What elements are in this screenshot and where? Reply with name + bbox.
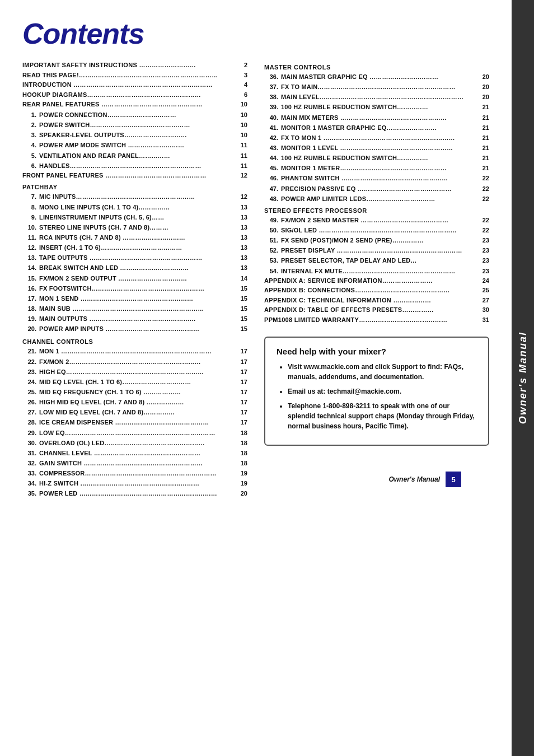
toc-entry: APPENDIX A: SERVICE INFORMATION……………………2… <box>264 276 489 286</box>
toc-numbered-entry: 34.HI-Z SWITCH …………………………………………………19 <box>22 478 247 488</box>
toc-pg: 15 <box>237 283 247 293</box>
toc-lbl: SIG/OL LED ………………………………………………………… <box>281 225 479 235</box>
toc-label: HOOKUP DIAGRAMS……………………………………………… <box>22 90 237 100</box>
toc-num: 41. <box>264 123 281 133</box>
toc-lbl: MAIN OUTPUTS …………………………………………… <box>39 314 237 324</box>
toc-numbered-entry: 25.MID EQ FREQUENCY (CH. 1 TO 6) ………………1… <box>22 387 247 397</box>
toc-pg: 10 <box>237 110 247 120</box>
toc-numbered-entry: 18.MAIN SUB ………………………………………………………15 <box>22 304 247 314</box>
toc-numbered-entry: 4.POWER AMP MODE SWITCH ………………………11 <box>22 140 247 150</box>
toc-num: 5. <box>22 151 39 161</box>
toc-lbl: POWER AMP INPUTS ……………………………………… <box>39 324 237 334</box>
toc-lbl: INTERNAL FX MUTE……………………………………………… <box>281 266 479 276</box>
toc-num: 20. <box>22 324 39 334</box>
toc-lbl: HIGH EQ………………………………………………………… <box>39 367 237 377</box>
toc-pg: 21 <box>479 143 489 153</box>
toc-num: 31. <box>22 448 39 458</box>
toc-num: 47. <box>264 184 281 194</box>
toc-numbered-entry: 47.PRECISION PASSIVE EQ ………………………………………2… <box>264 184 489 194</box>
toc-pg: 23 <box>479 245 489 255</box>
toc-pg: 21 <box>479 163 489 173</box>
toc-pg: 22 <box>479 194 489 204</box>
toc-numbered-entry: 8.MONO LINE INPUTS (CH. 1 TO 4)……………13 <box>22 202 247 212</box>
toc-pg: 17 <box>237 397 247 407</box>
toc-numbered-entry: 22.FX/MON 2………………………………………………………17 <box>22 357 247 367</box>
toc-entry: INTRODUCTION …………………………………………………………4 <box>22 80 247 90</box>
rear-panel-items: 1.POWER CONNECTION……………………………102.POWER S… <box>22 110 247 171</box>
toc-pg: 17 <box>237 367 247 377</box>
channel-items: 21.MON 1 ………………………………………………………………1722.FX… <box>22 346 247 498</box>
toc-lbl: MON 1 SEND ……………………………………………… <box>39 293 237 304</box>
toc-pg: 12 <box>237 192 247 202</box>
front-panel-entry: FRONT PANEL FEATURES …………………………………………12 <box>22 171 247 181</box>
toc-numbered-entry: 51.FX SEND (POST)/MON 2 SEND (PRE)……………2… <box>264 235 489 245</box>
toc-label: FRONT PANEL FEATURES ………………………………………… <box>22 171 237 181</box>
toc-lbl: MONO LINE INPUTS (CH. 1 TO 4)…………… <box>39 202 237 212</box>
toc-lbl: MONITOR 1 MASTER GRAPHIC EQ…………………… <box>281 123 479 133</box>
toc-pg: 13 <box>237 212 247 222</box>
toc-pg: 19 <box>237 468 247 478</box>
toc-pg: 20 <box>479 82 489 92</box>
toc-num: 13. <box>22 253 39 263</box>
toc-lbl: LINE/INSTRUMENT INPUTS (CH. 5, 6)…… <box>39 212 237 222</box>
toc-pg: 20 <box>479 72 489 82</box>
patchbay-header: PATCHBAY <box>22 184 247 190</box>
toc-numbered-entry: 45.MONITOR 1 METER……………………………………………21 <box>264 163 489 173</box>
toc-entry: APPENDIX C: TECHNICAL INFORMATION ………………… <box>264 296 489 306</box>
toc-num: 42. <box>264 133 281 143</box>
toc-num: 8. <box>22 202 39 212</box>
toc-pg: 11 <box>237 151 247 161</box>
toc-numbered-entry: 12.INSERT (CH. 1 TO 6)…………………………………13 <box>22 242 247 253</box>
toc-pg: 18 <box>237 428 247 438</box>
toc-lbl: ICE CREAM DISPENSER ……………………………………… <box>39 417 237 427</box>
toc-pg: 11 <box>237 140 247 150</box>
toc-lbl: MONITOR 1 LEVEL ……………………………………………… <box>281 143 479 153</box>
toc-pg: 18 <box>237 448 247 458</box>
toc-entry: PPM1008 LIMITED WARRANTY……………………………………31 <box>264 315 489 325</box>
toc-num: 38. <box>264 92 281 102</box>
toc-num: 50. <box>264 225 281 235</box>
toc-pg: 23 <box>479 266 489 276</box>
toc-num: 51. <box>264 235 281 245</box>
toc-numbered-entry: 11.RCA INPUTS (CH. 7 AND 8) …………………………13 <box>22 232 247 242</box>
toc-label: IMPORTANT SAFETY INSTRUCTIONS ……………………… <box>22 60 237 71</box>
toc-lbl: OVERLOAD (OL) LED………………………………………… <box>39 438 237 448</box>
toc-numbered-entry: 31.CHANNEL LEVEL ……………………………………………18 <box>22 448 247 458</box>
toc-num: 46. <box>264 173 281 183</box>
toc-pg: 15 <box>237 293 247 304</box>
toc-label: APPENDIX B: CONNECTIONS……………………………………… <box>264 286 479 296</box>
toc-numbered-entry: 35.POWER LED …………………………………………………………20 <box>22 488 247 498</box>
toc-numbered-entry: 44.100 HZ RUMBLE REDUCTION SWITCH……………21 <box>264 153 489 163</box>
toc-numbered-entry: 14.BREAK SWITCH AND LED ……………………………13 <box>22 263 247 273</box>
toc-lbl: MON 1 ……………………………………………………………… <box>39 346 237 356</box>
toc-pg: 21 <box>479 153 489 163</box>
toc-entry: APPENDIX D: TABLE OF EFFECTS PRESETS…………… <box>264 305 489 315</box>
toc-num: 44. <box>264 153 281 163</box>
footer-label: Owner's Manual <box>388 475 440 483</box>
toc-numbered-entry: 15.FX/MON 2 SEND OUTPUT ……………………………14 <box>22 273 247 283</box>
master-items: 36.MAIN MASTER GRAPHIC EQ ……………………………203… <box>264 72 489 204</box>
toc-numbered-entry: 30.OVERLOAD (OL) LED…………………………………………18 <box>22 438 247 448</box>
toc-lbl: FX/MON 2 SEND OUTPUT …………………………… <box>39 273 237 283</box>
toc-lbl: POWER LED ………………………………………………………… <box>39 488 237 498</box>
toc-numbered-entry: 21.MON 1 ………………………………………………………………17 <box>22 346 247 356</box>
toc-num: 30. <box>22 438 39 448</box>
toc-num: 22. <box>22 357 39 367</box>
toc-lbl: FX/MON 2 SEND MASTER …………………………………… <box>281 215 479 225</box>
left-column: IMPORTANT SAFETY INSTRUCTIONS ………………………2… <box>22 60 247 498</box>
toc-lbl: MAIN MASTER GRAPHIC EQ …………………………… <box>281 72 479 82</box>
toc-label: PPM1008 LIMITED WARRANTY…………………………………… <box>264 315 479 325</box>
toc-num: 21. <box>22 346 39 356</box>
toc-num: 34. <box>22 478 39 488</box>
toc-num: 19. <box>22 314 39 324</box>
toc-lbl: POWER CONNECTION…………………………… <box>39 110 237 120</box>
toc-lbl: PRESET DISPLAY …………………………………………………… <box>281 245 479 255</box>
toc-numbered-entry: 6.HANDLES………………………………………………………11 <box>22 161 247 171</box>
toc-num: 45. <box>264 163 281 173</box>
toc-page: 25 <box>479 286 489 296</box>
toc-lbl: POWER SWITCH………………………………………… <box>39 120 237 130</box>
toc-num: 32. <box>22 458 39 468</box>
toc-lbl: RCA INPUTS (CH. 7 AND 8) ………………………… <box>39 232 237 242</box>
toc-lbl: MONITOR 1 METER…………………………………………… <box>281 163 479 173</box>
toc-lbl: FX TO MON 1 ……………………………………………………… <box>281 133 479 143</box>
